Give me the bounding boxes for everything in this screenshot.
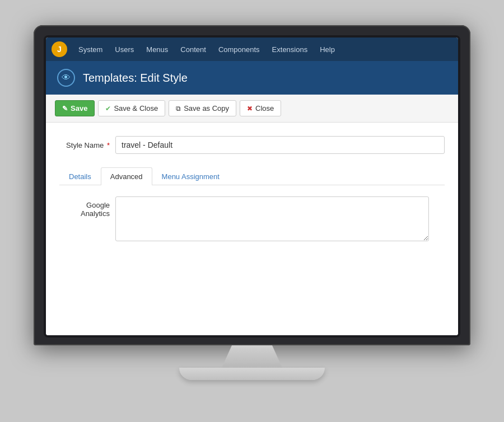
eye-icon: 👁 xyxy=(62,73,71,83)
google-analytics-group: Google Analytics xyxy=(59,196,445,241)
nav-link-extensions[interactable]: Extensions xyxy=(267,42,314,57)
save-copy-button[interactable]: ⧉ Save as Copy xyxy=(169,100,236,116)
nav-item-help[interactable]: Help xyxy=(314,42,340,57)
page-header-icon: 👁 xyxy=(57,69,75,87)
tab-details[interactable]: Details xyxy=(59,167,101,185)
navbar: J System Users Menus Content Components … xyxy=(46,37,458,61)
nav-link-users[interactable]: Users xyxy=(109,42,139,57)
style-name-group: Style Name * xyxy=(59,136,445,154)
google-analytics-textarea[interactable] xyxy=(115,196,429,241)
google-analytics-label: Google Analytics xyxy=(59,196,110,218)
tab-advanced[interactable]: Advanced xyxy=(101,167,152,185)
save-icon: ✎ xyxy=(62,105,68,112)
brand-logo: J xyxy=(52,41,67,57)
nav-link-content[interactable]: Content xyxy=(175,42,212,57)
required-indicator: * xyxy=(107,141,110,149)
nav-link-menus[interactable]: Menus xyxy=(141,42,174,57)
page-header: 👁 Templates: Edit Style xyxy=(46,61,458,95)
nav-item-extensions[interactable]: Extensions xyxy=(267,42,314,57)
save-button[interactable]: ✎ Save xyxy=(55,100,95,116)
nav-item-content[interactable]: Content xyxy=(175,42,212,57)
nav-link-help[interactable]: Help xyxy=(314,42,340,57)
monitor-base xyxy=(179,368,325,380)
check-icon: ✔ xyxy=(105,105,111,112)
nav-item-users[interactable]: Users xyxy=(109,42,139,57)
content-area: Style Name * Details Advanced Menu Assig… xyxy=(46,123,458,335)
monitor-neck xyxy=(218,345,286,368)
copy-icon: ⧉ xyxy=(176,105,181,112)
save-close-button[interactable]: ✔ Save & Close xyxy=(98,100,165,116)
nav-item-system[interactable]: System xyxy=(73,42,108,57)
close-icon: ✖ xyxy=(247,105,253,112)
nav-link-system[interactable]: System xyxy=(73,42,108,57)
nav-link-components[interactable]: Components xyxy=(213,42,265,57)
tab-menu-assignment[interactable]: Menu Assignment xyxy=(152,167,229,185)
close-button[interactable]: ✖ Close xyxy=(240,100,281,116)
nav-menu: System Users Menus Content Components Ex… xyxy=(73,42,340,57)
page-title: Templates: Edit Style xyxy=(83,72,188,85)
nav-item-components[interactable]: Components xyxy=(213,42,265,57)
toolbar: ✎ Save ✔ Save & Close ⧉ Save as Copy ✖ C… xyxy=(46,95,458,123)
monitor: J System Users Menus Content Components … xyxy=(34,25,470,380)
joomla-icon: J xyxy=(52,41,67,57)
style-name-input[interactable] xyxy=(115,136,445,154)
style-name-label: Style Name * xyxy=(59,141,110,149)
nav-item-menus[interactable]: Menus xyxy=(141,42,174,57)
tabs-bar: Details Advanced Menu Assignment xyxy=(59,167,445,185)
